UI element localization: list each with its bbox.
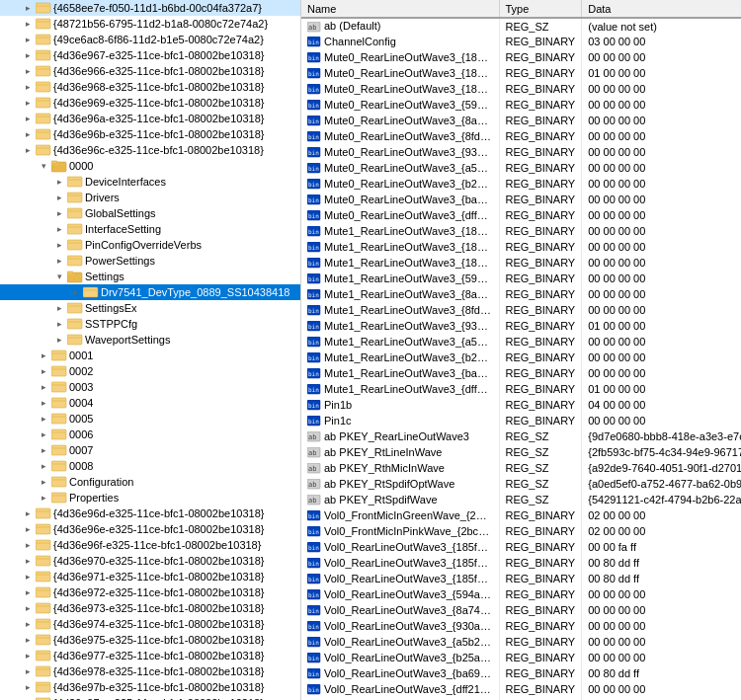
column-header-type[interactable]: Type: [499, 0, 582, 18]
tree-toggle-icon[interactable]: ▸: [20, 16, 36, 32]
tree-item-t22[interactable]: ▸WaveportSettings: [0, 332, 300, 348]
tree-item-t15[interactable]: ▸InterfaceSetting: [0, 221, 300, 237]
tree-toggle-icon[interactable]: ▸: [20, 632, 36, 648]
tree-toggle-icon[interactable]: ▸: [51, 174, 67, 190]
table-row[interactable]: binMute1_RearLineOutWave3_{8a74ffae...RE…: [301, 286, 741, 302]
tree-item-t24[interactable]: ▸0002: [0, 363, 300, 379]
table-scroll-container[interactable]: Name Type Data abab (Default)REG_SZ(valu…: [301, 0, 741, 700]
table-row[interactable]: binVol0_FrontMicInPinkWave_{2bc31d6...RE…: [301, 523, 741, 539]
table-row[interactable]: binMute1_RearLineOutWave3_{8fd300d...REG…: [301, 302, 741, 318]
tree-toggle-icon[interactable]: ▸: [20, 47, 36, 63]
tree-toggle-icon[interactable]: ▸: [51, 221, 67, 237]
tree-item-t18[interactable]: ▾Settings: [0, 269, 300, 284]
tree-toggle-icon[interactable]: ▸: [67, 284, 83, 300]
table-row[interactable]: binMute1_RearLineOutWave3_{930a479...REG…: [301, 318, 741, 334]
tree-toggle-icon[interactable]: ▸: [20, 126, 36, 142]
table-row[interactable]: binMute0_RearLineOutWave3_{594ac58...REG…: [301, 97, 741, 113]
table-row[interactable]: binMute1_RearLineOutWave3_{b25a652...REG…: [301, 350, 741, 365]
tree-toggle-icon[interactable]: ▸: [20, 648, 36, 663]
table-row[interactable]: binVol0_RearLineOutWave3_{185fedf9-...RE…: [301, 555, 741, 571]
tree-toggle-icon[interactable]: ▸: [51, 190, 67, 205]
tree-item-t14[interactable]: ▸GlobalSettings: [0, 205, 300, 221]
tree-toggle-icon[interactable]: ▸: [36, 490, 51, 506]
tree-toggle-icon[interactable]: ▸: [20, 584, 36, 600]
tree-item-t29[interactable]: ▸0007: [0, 442, 300, 458]
tree-toggle-icon[interactable]: ▸: [51, 332, 67, 348]
table-row[interactable]: abab (Default)REG_SZ(value not set): [301, 18, 741, 34]
tree-toggle-icon[interactable]: ▸: [36, 442, 51, 458]
tree-toggle-icon[interactable]: ▸: [20, 663, 36, 679]
tree-item-t44[interactable]: ▸{4d36e97b-e325-11ce-bfc1-08002be10318}: [0, 679, 300, 695]
tree-toggle-icon[interactable]: ▸: [51, 316, 67, 332]
tree-scroll-container[interactable]: ▸{4658ee7e-f050-11d1-b6bd-00c04fa372a7}▸…: [0, 0, 300, 700]
table-row[interactable]: abab PKEY_RthMicInWaveREG_SZ{a92de9-7640…: [301, 460, 741, 476]
table-row[interactable]: binMute1_RearLineOutWave3_{594ac58...REG…: [301, 271, 741, 286]
tree-toggle-icon[interactable]: ▸: [20, 553, 36, 569]
tree-toggle-icon[interactable]: ▸: [20, 537, 36, 553]
table-row[interactable]: binVol0_RearLineOutWave3_{8a74ffae-...RE…: [301, 602, 741, 618]
tree-item-t23[interactable]: ▸0001: [0, 348, 300, 363]
tree-toggle-icon[interactable]: ▾: [51, 269, 67, 284]
tree-item-t13[interactable]: ▸Drivers: [0, 190, 300, 205]
table-row[interactable]: binMute1_RearLineOutWave3_{ba697e2...REG…: [301, 365, 741, 381]
table-row[interactable]: binMute1_RearLineOutWave3_{185fed9...REG…: [301, 239, 741, 255]
tree-item-t8[interactable]: ▸{4d36e96a-e325-11ce-bfc1-08002be10318}: [0, 111, 300, 126]
table-row[interactable]: binVol0_FrontMicInGreenWave_{2bc31d...RE…: [301, 507, 741, 523]
tree-toggle-icon[interactable]: ▸: [20, 679, 36, 695]
table-row[interactable]: binMute0_RearLineOutWave3_{ba697e2...REG…: [301, 192, 741, 207]
tree-toggle-icon[interactable]: ▸: [20, 95, 36, 111]
table-row[interactable]: binMute1_RearLineOutWave3_{dff21be...REG…: [301, 381, 741, 397]
tree-item-t6[interactable]: ▸{4d36e968-e325-11ce-bfc1-08002be10318}: [0, 79, 300, 95]
tree-item-t37[interactable]: ▸{4d36e971-e325-11ce-bfc1-08002be10318}: [0, 569, 300, 584]
table-row[interactable]: binVol0_RearLineOutWave3_{594ac582-...RE…: [301, 586, 741, 602]
tree-item-t45[interactable]: ▸{4d36e97c-e325-11ce-bfc1-08002be10318}: [0, 695, 300, 700]
tree-item-t3[interactable]: ▸{49ce6ac8-6f86-11d2-b1e5-0080c72e74a2}: [0, 32, 300, 47]
tree-item-t36[interactable]: ▸{4d36e970-e325-11ce-bfc1-08002be10318}: [0, 553, 300, 569]
tree-toggle-icon[interactable]: ▸: [20, 695, 36, 700]
tree-item-t32[interactable]: ▸Properties: [0, 490, 300, 506]
table-row[interactable]: binMute0_RearLineOutWave3_{930a479...REG…: [301, 144, 741, 160]
tree-item-t16[interactable]: ▸PinConfigOverrideVerbs: [0, 237, 300, 253]
table-row[interactable]: binMute0_RearLineOutWave3_{b25a652...REG…: [301, 176, 741, 192]
table-row[interactable]: binMute1_RearLineOutWave3_{185fede...REG…: [301, 223, 741, 239]
tree-item-t2[interactable]: ▸{48721b56-6795-11d2-b1a8-0080c72e74a2}: [0, 16, 300, 32]
table-row[interactable]: binMute0_RearLineOutWave3_{185fede...REG…: [301, 49, 741, 65]
tree-item-t43[interactable]: ▸{4d36e978-e325-11ce-bfc1-08002be10318}: [0, 663, 300, 679]
tree-toggle-icon[interactable]: ▸: [20, 506, 36, 521]
tree-item-t9[interactable]: ▸{4d36e96b-e325-11ce-bfc1-08002be10318}: [0, 126, 300, 142]
tree-item-t7[interactable]: ▸{4d36e969-e325-11ce-bfc1-08002be10318}: [0, 95, 300, 111]
table-row[interactable]: abab PKEY_RtSpdifWaveREG_SZ{54291121-c42…: [301, 492, 741, 507]
tree-toggle-icon[interactable]: ▸: [20, 63, 36, 79]
table-row[interactable]: binVol0_RearLineOutWave3_{185fedf9-...RE…: [301, 571, 741, 586]
tree-toggle-icon[interactable]: ▸: [51, 300, 67, 316]
tree-toggle-icon[interactable]: ▸: [36, 363, 51, 379]
table-row[interactable]: binMute0_RearLineOutWave3_{dff21be...REG…: [301, 207, 741, 223]
tree-item-t30[interactable]: ▸0008: [0, 458, 300, 474]
tree-toggle-icon[interactable]: ▸: [20, 600, 36, 616]
tree-item-t28[interactable]: ▸0006: [0, 427, 300, 442]
tree-item-t5[interactable]: ▸{4d36e966-e325-11ce-bfc1-08002be10318}: [0, 63, 300, 79]
tree-item-t4[interactable]: ▸{4d36e967-e325-11ce-bfc1-08002be10318}: [0, 47, 300, 63]
table-row[interactable]: abab PKEY_RtSpdifOptWaveREG_SZ{a0ed5ef0-…: [301, 476, 741, 492]
table-row[interactable]: binPin1cREG_BINARY00 00 00 00: [301, 413, 741, 428]
tree-item-t12[interactable]: ▸DeviceInterfaces: [0, 174, 300, 190]
table-row[interactable]: binVol0_RearLineOutWave3_{dff21be1-f...R…: [301, 681, 741, 697]
tree-item-t42[interactable]: ▸{4d36e977-e325-11ce-bfc1-08002be10318}: [0, 648, 300, 663]
tree-item-t10[interactable]: ▸{4d36e96c-e325-11ce-bfc1-08002be10318}: [0, 142, 300, 158]
table-row[interactable]: binMute1_RearLineOutWave3_{185fedf...REG…: [301, 255, 741, 271]
column-header-name[interactable]: Name: [301, 0, 499, 18]
tree-item-t1[interactable]: ▸{4658ee7e-f050-11d1-b6bd-00c04fa372a7}: [0, 0, 300, 16]
tree-toggle-icon[interactable]: ▸: [20, 569, 36, 584]
table-row[interactable]: binVol0_RearLineOutWave3_{b25a6526-...RE…: [301, 650, 741, 665]
table-row[interactable]: binMute0_RearLineOutWave3_{8fd300d...REG…: [301, 128, 741, 144]
tree-item-t17[interactable]: ▸PowerSettings: [0, 253, 300, 269]
tree-item-t35[interactable]: ▸{4d36e96f-e325-11ce-bfc1-08002be10318}: [0, 537, 300, 553]
tree-toggle-icon[interactable]: ▸: [20, 142, 36, 158]
tree-item-t39[interactable]: ▸{4d36e973-e325-11ce-bfc1-08002be10318}: [0, 600, 300, 616]
tree-toggle-icon[interactable]: ▸: [20, 79, 36, 95]
table-row[interactable]: binChannelConfigREG_BINARY03 00 00 00: [301, 34, 741, 49]
table-row[interactable]: binVol0_RearLineOutWave3_{a5b27de2-...RE…: [301, 634, 741, 650]
tree-toggle-icon[interactable]: ▸: [20, 616, 36, 632]
tree-item-t19[interactable]: ▸Drv7541_DevType_0889_SS10438418: [0, 284, 300, 300]
tree-toggle-icon[interactable]: ▸: [51, 237, 67, 253]
